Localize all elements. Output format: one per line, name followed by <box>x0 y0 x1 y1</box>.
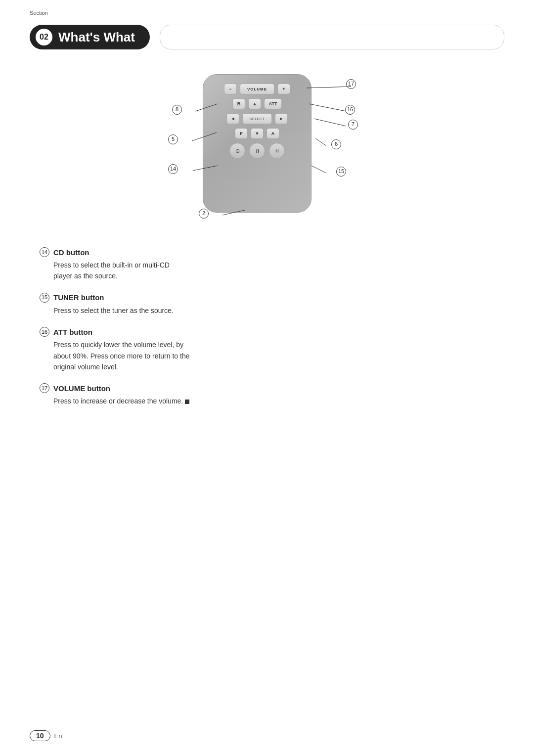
callout-5: 5 <box>168 134 178 144</box>
btn-ATT[interactable]: ATT <box>264 98 282 109</box>
btn-left[interactable]: ◄ <box>226 113 239 124</box>
bottom-btns-row: ⊙ ⏸ ≋ <box>229 143 285 159</box>
page-wrapper: Section 02 What's What − VOLUME + B ▲ <box>0 0 534 756</box>
desc-number-17: 17 <box>40 383 49 393</box>
desc-item-14: 14 CD button Press to select the built-i… <box>40 247 494 282</box>
desc-number-16: 16 <box>40 327 49 337</box>
btn-right[interactable]: ► <box>275 113 288 124</box>
svg-line-7 <box>312 166 326 173</box>
callout-number-7: 7 <box>348 120 358 130</box>
btn-minus[interactable]: − <box>224 84 237 94</box>
desc-item-15: 15 TUNER button Press to select the tune… <box>40 293 494 316</box>
diagram-area: − VOLUME + B ▲ ATT ◄ SELECT ► <box>30 64 504 227</box>
f-down-a-row: F ▼ A <box>212 128 302 139</box>
btn-select[interactable]: SELECT <box>242 113 272 124</box>
remote-container: − VOLUME + B ▲ ATT ◄ SELECT ► <box>163 64 371 227</box>
btn-cd[interactable]: ⊙ <box>229 143 245 159</box>
desc-text-15: Press to select the tuner as the source. <box>53 305 494 316</box>
callout-number-6: 6 <box>331 139 341 149</box>
svg-line-5 <box>315 138 326 146</box>
btn-plus[interactable]: + <box>277 84 290 94</box>
btn-B[interactable]: B <box>232 98 245 109</box>
desc-item-17: 17 VOLUME button Press to increase or de… <box>40 383 494 406</box>
btn-volume: VOLUME <box>240 84 274 94</box>
svg-line-1 <box>309 104 346 111</box>
desc-title-14: CD button <box>53 248 89 257</box>
desc-text-16: Press to quickly lower the volume level,… <box>53 339 494 372</box>
select-label: SELECT <box>250 117 265 121</box>
desc-number-15: 15 <box>40 293 49 303</box>
desc-heading-15: 15 TUNER button <box>40 293 494 303</box>
footer: 10 En <box>30 730 62 741</box>
descriptions-section: 14 CD button Press to select the built-i… <box>30 247 504 407</box>
desc-title-17: VOLUME button <box>53 384 110 393</box>
svg-line-3 <box>314 119 346 126</box>
btn-F[interactable]: F <box>235 128 248 139</box>
footer-language: En <box>54 732 62 740</box>
callout-15: 15 <box>336 167 346 177</box>
desc-item-16: 16 ATT button Press to quickly lower the… <box>40 327 494 372</box>
desc-number-14: 14 <box>40 247 49 257</box>
svg-line-0 <box>307 87 351 88</box>
callout-number-14: 14 <box>168 164 178 174</box>
btn-A[interactable]: A <box>267 128 279 139</box>
btn-tuner[interactable]: ≋ <box>269 143 285 159</box>
desc-heading-14: 14 CD button <box>40 247 494 257</box>
btn-pause[interactable]: ⏸ <box>249 143 265 159</box>
select-row: ◄ SELECT ► <box>212 113 302 124</box>
btn-up[interactable]: ▲ <box>248 98 261 109</box>
callout-number-5: 5 <box>168 134 178 144</box>
callout-number-2: 2 <box>199 209 209 219</box>
desc-heading-17: 17 VOLUME button <box>40 383 494 393</box>
callout-8: 8 <box>172 105 182 115</box>
header-row: 02 What's What <box>30 15 504 49</box>
callout-2: 2 <box>199 209 209 219</box>
volume-row: − VOLUME + <box>212 84 302 94</box>
page-number: 10 <box>30 730 50 741</box>
desc-title-15: TUNER button <box>53 293 104 302</box>
section-label: Section <box>30 10 48 16</box>
end-marker <box>185 400 189 404</box>
b-up-att-row: B ▲ ATT <box>212 98 302 109</box>
callout-number-15: 15 <box>336 167 346 177</box>
desc-title-16: ATT button <box>53 328 92 336</box>
desc-text-14: Press to select the built-in or multi-CD… <box>53 260 494 282</box>
desc-text-17: Press to increase or decrease the volume… <box>53 396 494 406</box>
section-number: 02 <box>36 29 52 45</box>
section-title: What's What <box>58 30 135 45</box>
section-badge: 02 What's What <box>30 25 150 49</box>
callout-17: 17 <box>346 79 356 89</box>
callout-number-16: 16 <box>345 105 355 115</box>
desc-heading-16: 16 ATT button <box>40 327 494 337</box>
callout-6: 6 <box>331 139 341 149</box>
callout-number-8: 8 <box>172 105 182 115</box>
callout-number-17: 17 <box>346 79 356 89</box>
btn-down[interactable]: ▼ <box>251 128 264 139</box>
callout-16: 16 <box>345 105 355 115</box>
callout-7: 7 <box>348 120 358 130</box>
header-right-box <box>160 25 504 49</box>
remote-body: − VOLUME + B ▲ ATT ◄ SELECT ► <box>203 74 312 213</box>
callout-14: 14 <box>168 164 178 174</box>
